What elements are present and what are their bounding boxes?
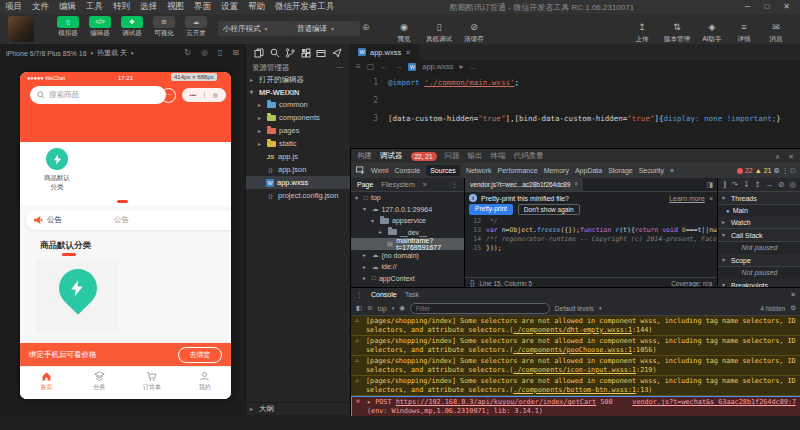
devtools-menu-icon[interactable]: ⋮: [782, 167, 789, 174]
tab-appdata[interactable]: AppData: [575, 167, 602, 174]
menu-select[interactable]: 选择: [135, 1, 162, 13]
bind-phone-button[interactable]: 去绑定: [178, 347, 222, 363]
file-app-wxss[interactable]: W app.wxss: [246, 176, 350, 189]
context-selector[interactable]: top: [378, 305, 387, 312]
menu-help[interactable]: 帮助: [243, 1, 270, 13]
rotate-device-icon[interactable]: ▯: [218, 49, 222, 57]
tab-console[interactable]: Console: [395, 167, 421, 174]
undock-icon[interactable]: □: [791, 167, 795, 174]
thread-main[interactable]: ● Main: [718, 205, 800, 216]
wxss-source-link[interactable]: ./components/bottom-btn.wxss:1: [513, 386, 636, 394]
console-error[interactable]: ⊗ vendor.js?t=wechat&s_63aac28b1f264dc89…: [351, 396, 800, 416]
tab-performance[interactable]: Performance: [498, 167, 538, 174]
debugger-button[interactable]: ❖ 调试器: [116, 16, 148, 38]
threads-section[interactable]: ▾Threads: [718, 192, 800, 205]
clear-cache-button[interactable]: ⊘ 清缓存: [458, 16, 490, 44]
tab-mine[interactable]: 我的: [178, 367, 231, 399]
tab-storage[interactable]: Storage: [608, 167, 633, 174]
refresh-icon[interactable]: ↻: [184, 49, 191, 57]
tab-security[interactable]: Security: [639, 167, 664, 174]
screenshot-icon[interactable]: ◎: [201, 49, 208, 57]
devtools-settings-icon[interactable]: ⚙: [773, 167, 779, 174]
ai-assistant-button[interactable]: ◈ AI助手: [696, 16, 728, 44]
close-panel-icon[interactable]: ✕: [788, 153, 794, 160]
compile-dropdown[interactable]: 普通编译▾: [292, 21, 360, 36]
folder-components[interactable]: ▸ components: [246, 111, 350, 124]
customer-service-icon[interactable]: ⋯: [161, 88, 176, 103]
minified-source[interactable]: 12 */ 13var n=Object.freeze({});function…: [465, 217, 717, 253]
device-selector[interactable]: iPhone 6/7/8 Plus 85% 16: [6, 50, 87, 57]
file-app-json[interactable]: {} app.json: [246, 163, 350, 176]
source-control-icon[interactable]: [285, 48, 295, 58]
list-icon[interactable]: ≡: [356, 63, 361, 71]
close-icon[interactable]: ✕: [783, 3, 790, 11]
console-sidebar-icon[interactable]: ◧: [356, 305, 362, 312]
upload-button[interactable]: ↥ 上传: [626, 16, 658, 44]
forward-icon[interactable]: →: [394, 63, 402, 71]
menu-goto[interactable]: 转到: [108, 1, 135, 13]
warning-count[interactable]: 21: [764, 167, 772, 174]
tab-code-quality[interactable]: 代码质量: [514, 151, 544, 161]
outline-section[interactable]: ▸大纲: [246, 402, 350, 415]
menu-edit[interactable]: 编辑: [54, 1, 81, 13]
wxss-source-link[interactable]: ./components/pooChoose.wxss:1: [513, 346, 632, 354]
clear-console-icon[interactable]: ⊘: [367, 305, 372, 312]
tab-wxml[interactable]: Wxml: [371, 167, 389, 174]
overflow-icon[interactable]: »: [423, 181, 427, 188]
details-button[interactable]: ≡ 详情: [728, 16, 760, 44]
scope-section[interactable]: ▾Scope: [718, 254, 800, 267]
tree-appcontext[interactable]: ▸□ appContext: [351, 273, 464, 285]
simulator-button[interactable]: ▯ 模拟器: [52, 16, 84, 38]
tab-filesystem[interactable]: Filesystem: [381, 181, 414, 188]
kebab-menu-icon[interactable]: ⋮: [451, 181, 458, 188]
minimize-app-icon[interactable]: ◎: [204, 92, 227, 98]
tab-output[interactable]: 输出: [468, 151, 483, 161]
tree-ide[interactable]: ▸☁ ide://: [351, 261, 464, 273]
call-stack-section[interactable]: ▾Call Stack: [718, 229, 800, 242]
more-menu-icon[interactable]: •••: [182, 92, 204, 98]
add-compile-mode-icon[interactable]: ⊕: [362, 23, 370, 32]
console-filter-input[interactable]: [410, 303, 550, 314]
tree-mainframe[interactable]: ▤ mainframe?t=1769591677: [351, 238, 464, 250]
tab-debugger[interactable]: 调试器: [380, 151, 403, 161]
close-tab-icon[interactable]: ✕: [405, 49, 411, 56]
tab-category[interactable]: 分类: [73, 367, 126, 399]
tab-order[interactable]: 订货单: [126, 367, 179, 399]
console-warning[interactable]: ⚠ [pages/shopping/index] Some selectors …: [351, 376, 800, 396]
step-icon[interactable]: →: [766, 181, 774, 189]
cloud-dev-button[interactable]: ☁ 云开发: [180, 16, 212, 38]
watch-section[interactable]: ▸Watch: [718, 216, 800, 229]
tab-home[interactable]: 首页: [20, 367, 73, 399]
menu-tools[interactable]: 工具: [81, 1, 108, 13]
menu-file[interactable]: 文件: [27, 1, 54, 13]
deactivate-breakpoints-icon[interactable]: ⊘: [778, 181, 784, 189]
visualizer-button[interactable]: ⊞ 可视化: [148, 16, 180, 38]
step-over-icon[interactable]: ↷: [732, 181, 738, 189]
pause-icon[interactable]: ∥: [723, 181, 727, 189]
project-root[interactable]: ▾ MP-WEIXIN: [246, 86, 350, 98]
folder-static[interactable]: ▸ static: [246, 137, 350, 150]
notice-bar[interactable]: 公告 公告: [26, 210, 231, 230]
bookmark-icon[interactable]: ▢: [367, 63, 375, 71]
dismiss-banner-icon[interactable]: ×: [709, 195, 713, 202]
editor-tab-app-wxss[interactable]: W app.wxss ✕: [350, 44, 419, 60]
mode-dropdown[interactable]: 小程序模式▾: [218, 21, 292, 36]
more-actions-icon[interactable]: ⋯: [337, 64, 345, 72]
tree-appservice[interactable]: ▾ appservice: [351, 215, 464, 227]
remote-debug-button[interactable]: ▯ 真机调试: [420, 16, 458, 44]
inspect-icon[interactable]: [356, 166, 365, 175]
learn-more-link[interactable]: Learn more: [669, 195, 705, 202]
pretty-print-panel-icon[interactable]: ◨: [706, 181, 717, 188]
maximize-icon[interactable]: □: [764, 3, 769, 11]
tab-build[interactable]: 构建: [357, 151, 372, 161]
step-out-icon[interactable]: ↥: [754, 181, 760, 189]
publish-icon[interactable]: [332, 48, 342, 58]
close-file-icon[interactable]: ×: [574, 181, 578, 188]
console-settings-icon[interactable]: ⚙: [790, 305, 796, 312]
pause-on-exceptions-icon[interactable]: ◎: [789, 181, 796, 189]
pretty-print-button[interactable]: Pretty-print: [469, 204, 513, 215]
collapse-panel-icon[interactable]: ∧: [775, 153, 780, 160]
menu-devtools[interactable]: 微信开发者工具: [270, 1, 340, 13]
tree-no-domain[interactable]: ▸☁ (no domain): [351, 250, 464, 262]
npm-package-icon[interactable]: [316, 48, 326, 58]
